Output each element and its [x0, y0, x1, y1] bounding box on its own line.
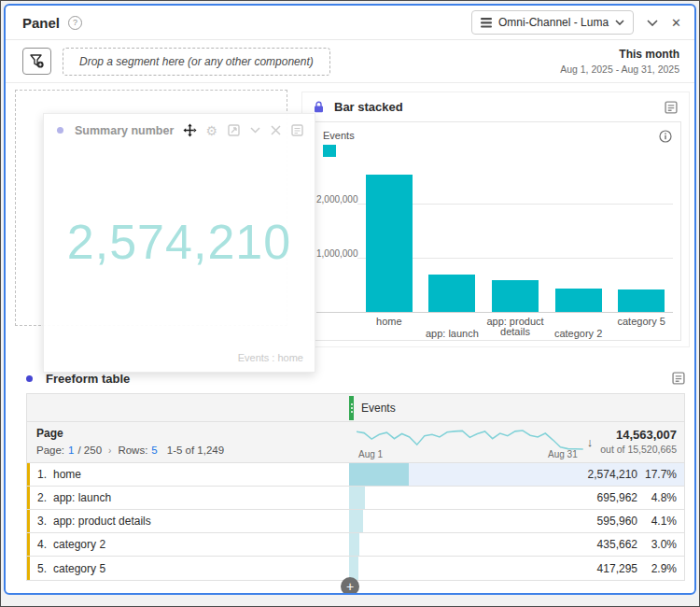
chevron-down-icon — [615, 20, 624, 25]
next-page-chevron-icon[interactable]: › — [108, 445, 111, 456]
y-axis-tick-label: 1,000,000 — [316, 247, 356, 258]
data-source-label: Omni-Channel - Luma — [498, 16, 609, 29]
row-value: 695,962 — [597, 491, 637, 504]
date-preset-label: This month — [560, 47, 679, 62]
freeform-table: Events Page Page: 1 / 250 › Rows: 5 — [26, 393, 685, 581]
chart-legend[interactable]: Events — [323, 130, 355, 157]
annotation-icon[interactable] — [665, 101, 678, 114]
row-dimension-cell[interactable]: 2.app: launch — [27, 487, 349, 509]
annotation-icon[interactable] — [672, 372, 685, 385]
table-row[interactable]: 4.category 2435,6623.0% — [27, 533, 684, 557]
legend-swatch — [323, 145, 336, 157]
total-value: 14,563,007 — [600, 428, 677, 444]
row-metric-cell[interactable]: 595,9604.1% — [349, 510, 684, 532]
row-rank: 5. — [37, 562, 47, 575]
dimension-header-cell: Page Page: 1 / 250 › Rows: 5 1-5 of 1,24… — [27, 422, 349, 462]
bar[interactable] — [618, 289, 665, 312]
row-rank: 4. — [37, 538, 47, 551]
row-metric-cell[interactable]: 695,9624.8% — [349, 487, 684, 509]
date-range-label: Aug 1, 2025 - Aug 31, 2025 — [560, 63, 679, 76]
page-count: / 250 — [77, 445, 102, 456]
row-dimension-cell[interactable]: 1.home — [27, 463, 349, 486]
workspace-page: { "panel": { "title": "Panel", "help_ico… — [0, 0, 700, 607]
bar[interactable] — [366, 175, 413, 312]
row-name: app: launch — [53, 491, 111, 504]
x-axis-label: category 5 — [609, 317, 673, 339]
sparkline-end-label: Aug 31 — [548, 449, 578, 459]
summary-number-caption: Events : home — [44, 352, 315, 372]
table-row[interactable]: 3.app: product details595,9604.1% — [27, 510, 684, 533]
bar-plot: 1,000,0002,000,000 — [316, 160, 673, 313]
row-rank: 3. — [37, 515, 47, 528]
metric-column-header-cell[interactable]: Events — [349, 394, 684, 421]
row-value-bar — [349, 463, 409, 486]
dataset-icon — [481, 18, 492, 28]
row-rank: 1. — [37, 468, 47, 481]
segment-filter-button[interactable] — [22, 48, 51, 75]
close-panel-icon[interactable]: ✕ — [671, 16, 681, 30]
bar[interactable] — [428, 275, 475, 312]
x-axis-label: app: product details — [483, 317, 547, 339]
x-axis-label: home — [357, 317, 421, 339]
add-visualization-button[interactable]: + — [341, 577, 359, 595]
row-value-bar — [349, 510, 363, 532]
row-metric-cell[interactable]: 435,6623.0% — [349, 533, 684, 556]
row-name: category 2 — [53, 538, 105, 551]
bar-chart-area: Events 1,000,0002,000,000 homeapp: launc… — [310, 121, 681, 341]
sort-descending-icon[interactable]: ↓ — [583, 424, 601, 460]
table-row[interactable]: 5.category 5417,2952.9% — [27, 557, 684, 580]
page-label: Page: — [36, 445, 64, 456]
sparkline-start-label: Aug 1 — [358, 449, 383, 459]
current-page-link[interactable]: 1 — [68, 445, 74, 456]
bar[interactable] — [555, 289, 602, 312]
metric-column-label: Events — [361, 402, 396, 415]
rows-label: Rows: — [118, 445, 147, 456]
dimension-name: Page — [36, 427, 349, 440]
row-value: 435,662 — [597, 538, 637, 551]
sparkline-block: Aug 1 Aug 31 — [357, 424, 583, 460]
row-value: 2,574,210 — [588, 468, 637, 481]
row-dimension-cell[interactable]: 3.app: product details — [27, 510, 349, 532]
x-axis-labels: homeapp: launchapp: product detailscateg… — [357, 317, 673, 339]
row-value-bar — [349, 533, 359, 556]
row-value-bar — [349, 487, 365, 509]
panel-canvas: Summary number ⚙ — [6, 83, 694, 592]
rows-per-page-link[interactable]: 5 — [151, 445, 157, 456]
segment-drop-zone[interactable]: Drop a segment here (or any other compon… — [63, 48, 330, 76]
row-metric-cell[interactable]: 2,574,21017.7% — [349, 463, 684, 486]
bar-stacked-header: Bar stacked — [302, 92, 689, 121]
table-pagination: Page: 1 / 250 › Rows: 5 1-5 of 1,249 — [36, 445, 349, 456]
date-range-picker[interactable]: This month Aug 1, 2025 - Aug 31, 2025 — [560, 47, 679, 75]
column-drag-handle[interactable] — [349, 396, 354, 420]
row-dimension-cell[interactable]: 4.category 2 — [27, 533, 349, 556]
collapse-panel-chevron-icon[interactable] — [647, 20, 658, 26]
panel-header: Panel ? Omni-Channel - Luma ✕ — [6, 6, 694, 40]
summary-number-widget[interactable]: Summary number ⚙ — [43, 113, 315, 373]
row-percent: 3.0% — [637, 538, 677, 551]
bar[interactable] — [492, 280, 539, 312]
row-percent: 4.8% — [637, 491, 677, 504]
freeform-table-widget: Freeform table Events — [26, 367, 685, 581]
help-icon[interactable]: ? — [68, 16, 82, 30]
summary-number-value: 2,574,210 — [44, 132, 315, 352]
row-value: 417,295 — [597, 562, 637, 575]
data-source-dropdown[interactable]: Omni-Channel - Luma — [471, 10, 634, 35]
widget-color-dot — [26, 375, 33, 382]
table-row[interactable]: 1.home2,574,21017.7% — [27, 463, 684, 487]
bar-stacked-title: Bar stacked — [334, 100, 403, 114]
segment-drop-placeholder: Drop a segment here (or any other compon… — [79, 55, 314, 68]
row-value: 595,960 — [597, 515, 637, 528]
column-totals: 14,563,007 out of 15,520,665 — [600, 424, 677, 460]
row-percent: 17.7% — [637, 468, 677, 481]
filter-funnel-icon — [30, 54, 44, 68]
total-out-of: out of 15,520,665 — [600, 444, 677, 457]
row-dimension-cell[interactable]: 5.category 5 — [27, 557, 349, 580]
dimension-column-header-cell — [27, 394, 349, 421]
workspace-panel: Panel ? Omni-Channel - Luma ✕ — [4, 4, 696, 595]
table-filter-row: Page Page: 1 / 250 › Rows: 5 1-5 of 1,24… — [27, 422, 684, 463]
info-icon[interactable] — [659, 130, 672, 143]
table-row[interactable]: 2.app: launch695,9624.8% — [27, 487, 684, 510]
row-metric-cell[interactable]: 417,2952.9% — [349, 557, 684, 580]
y-axis-tick-label: 2,000,000 — [316, 194, 356, 205]
row-percent: 4.1% — [637, 515, 677, 528]
